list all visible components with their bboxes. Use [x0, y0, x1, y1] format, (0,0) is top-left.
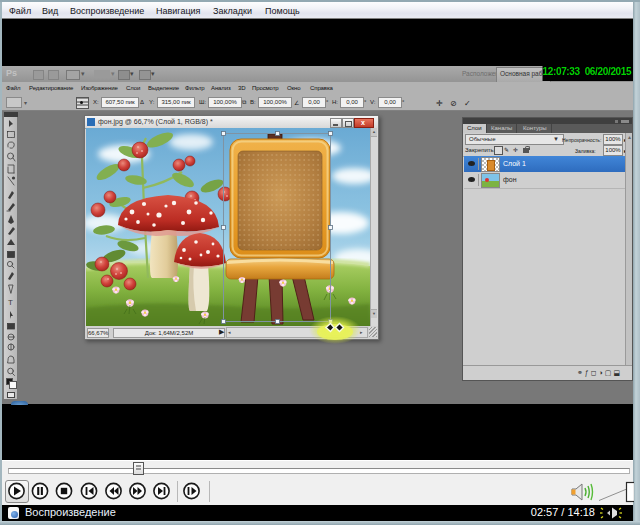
svg-text:T: T [8, 298, 13, 307]
